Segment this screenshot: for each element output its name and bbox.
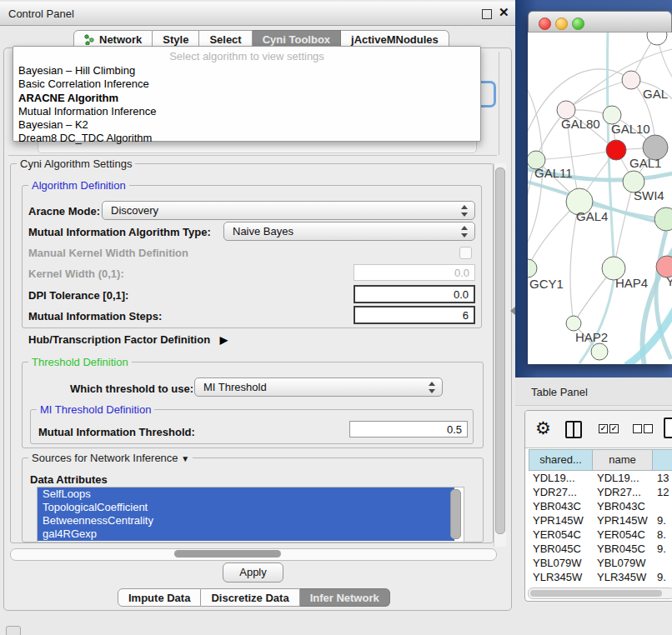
expand-right-icon: ▶ bbox=[220, 334, 228, 346]
table-cell: YBR043C bbox=[529, 499, 593, 513]
node-label: GCY1 bbox=[529, 277, 564, 291]
manual-kernel-width-label: Manual Kernel Width Definition bbox=[28, 247, 188, 259]
table-cell: YDL19... bbox=[593, 471, 653, 485]
kernel-width-field[interactable]: 0.0 bbox=[354, 264, 475, 281]
dropdown-placeholder: Select algorithm to view settings bbox=[13, 50, 480, 62]
unchecked-checkbox-icon[interactable] bbox=[633, 424, 642, 433]
node-label: GAL bbox=[643, 87, 668, 101]
table-panel-title: Table Panel bbox=[531, 386, 588, 398]
mi-algorithm-type-label: Mutual Information Algorithm Type: bbox=[28, 226, 211, 238]
mi-steps-label: Mutual Information Steps: bbox=[28, 310, 162, 322]
column-header-extra[interactable] bbox=[653, 449, 672, 471]
table-cell: 8. bbox=[653, 528, 672, 542]
table-cell: YBR045C bbox=[529, 542, 593, 556]
file-icon[interactable] bbox=[664, 418, 672, 438]
group-divider-line bbox=[8, 155, 497, 156]
stepper-up-icon bbox=[429, 382, 435, 386]
data-attribute-item[interactable]: gal4RGexp bbox=[38, 528, 454, 541]
table-cell: YLR345W bbox=[529, 570, 593, 584]
stepper-down-icon bbox=[461, 212, 468, 217]
float-window-icon[interactable] bbox=[482, 9, 492, 19]
table-row[interactable]: YLR345WYLR345W9. bbox=[529, 570, 672, 584]
table-row[interactable]: YBR045CYBR045C9. bbox=[529, 542, 672, 556]
settings-vertical-scrollbar-thumb[interactable] bbox=[495, 168, 505, 534]
node-label: GAL4 bbox=[576, 209, 608, 223]
checked-checkbox-icon[interactable]: ✓ bbox=[609, 424, 619, 433]
which-threshold-select[interactable]: MI Threshold bbox=[194, 378, 443, 397]
algorithm-option-mutual-information-inference[interactable]: Mutual Information Inference bbox=[18, 105, 475, 118]
table-row[interactable]: YBR043CYBR043C bbox=[529, 499, 672, 513]
network-node[interactable] bbox=[566, 316, 581, 331]
mi-steps-field[interactable]: 6 bbox=[354, 306, 475, 324]
table-cell: 9. bbox=[653, 513, 672, 528]
network-window-titlebar[interactable] bbox=[528, 11, 672, 32]
group-edge-line bbox=[499, 52, 499, 155]
table-row[interactable]: YBL079WYBL079W bbox=[529, 556, 672, 570]
column-header-name[interactable]: name bbox=[593, 449, 653, 471]
minimized-panel-icon[interactable] bbox=[6, 626, 21, 635]
stepper-up-icon bbox=[461, 226, 468, 230]
table-row[interactable]: YDL19...YDL19...13 bbox=[529, 471, 672, 485]
table-panel-titlebar: Table Panel bbox=[515, 378, 672, 406]
table-cell: YBR043C bbox=[593, 499, 653, 513]
list-scrollbar[interactable] bbox=[450, 489, 461, 539]
mi-threshold-label: Mutual Information Threshold: bbox=[38, 426, 195, 438]
table-cell: YER054C bbox=[593, 528, 653, 542]
tab-impute-data[interactable]: Impute Data bbox=[118, 588, 201, 607]
close-icon[interactable]: ✕ bbox=[499, 5, 509, 20]
algorithm-option-bayesian-k2[interactable]: Bayesian – K2 bbox=[18, 118, 475, 132]
threshold-definition-title: Threshold Definition bbox=[28, 356, 132, 368]
tab-discretize-data[interactable]: Discretize Data bbox=[201, 588, 299, 607]
columns-icon[interactable] bbox=[565, 421, 582, 438]
data-attribute-item[interactable]: SelfLoops bbox=[38, 488, 454, 501]
gear-icon[interactable]: ⚙ bbox=[535, 418, 551, 438]
manual-kernel-width-checkbox[interactable] bbox=[459, 247, 472, 259]
network-node[interactable] bbox=[622, 71, 640, 89]
network-node[interactable] bbox=[606, 140, 626, 160]
stepper-up-icon bbox=[461, 205, 468, 209]
tab-label: Impute Data bbox=[128, 589, 190, 607]
tab-label: Discretize Data bbox=[211, 589, 288, 607]
table-cell: YDL19... bbox=[529, 471, 593, 485]
checked-checkbox-icon[interactable]: ✓ bbox=[599, 424, 608, 433]
settings-horizontal-scrollbar-thumb[interactable] bbox=[174, 550, 281, 558]
window-minimize-button[interactable] bbox=[555, 18, 568, 30]
bottom-tabbar: Impute DataDiscretize DataInfer Network bbox=[118, 588, 390, 607]
network-node[interactable] bbox=[528, 259, 537, 278]
mi-algorithm-type-select[interactable]: Naive Bayes bbox=[223, 222, 475, 241]
algorithm-option-aracne-algorithm[interactable]: ARACNE Algorithm bbox=[18, 92, 475, 105]
apply-button[interactable]: Apply bbox=[223, 562, 283, 582]
table-cell: YPR145W bbox=[529, 513, 593, 528]
table-toolbar: ⚙ ✓ ✓ bbox=[525, 411, 672, 448]
table-row[interactable]: YER054CYER054C8. bbox=[529, 528, 672, 542]
algorithm-option-dream8-dc-tdc-algorithm[interactable]: Dream8 DC_TDC Algorithm bbox=[18, 132, 475, 145]
algorithm-option-bayesian-hill-climbing[interactable]: Bayesian – Hill Climbing bbox=[18, 64, 475, 78]
table-horizontal-scrollbar[interactable] bbox=[528, 588, 672, 599]
window-close-button[interactable] bbox=[539, 18, 551, 30]
table-row[interactable]: YDR27...YDR27...12 bbox=[529, 485, 672, 499]
window-zoom-button[interactable] bbox=[572, 18, 584, 30]
table-horizontal-scrollbar-thumb[interactable] bbox=[530, 590, 662, 597]
tab-infer-network[interactable]: Infer Network bbox=[300, 588, 390, 607]
network-edge bbox=[536, 150, 616, 160]
dpi-tolerance-field[interactable]: 0.0 bbox=[354, 285, 475, 303]
sources-title[interactable]: Sources for Network Inference ▼ bbox=[28, 452, 193, 464]
node-label: GAL10 bbox=[611, 122, 650, 136]
table-row[interactable]: YPR145WYPR145W9. bbox=[529, 513, 672, 528]
algorithm-option-basic-correlation-inference[interactable]: Basic Correlation Inference bbox=[18, 78, 475, 91]
algorithm-definition-title: Algorithm Definition bbox=[28, 179, 129, 192]
network-node[interactable] bbox=[647, 32, 667, 45]
data-attribute-item[interactable]: TopologicalCoefficient bbox=[38, 501, 454, 514]
column-header-shared[interactable]: shared... bbox=[529, 449, 593, 471]
data-attribute-item[interactable]: BetweennessCentrality bbox=[38, 514, 454, 528]
network-node[interactable] bbox=[591, 343, 608, 360]
hub-definition-toggle[interactable]: Hub/Transcription Factor Definition ▶ bbox=[28, 333, 228, 346]
unchecked-checkbox-icon[interactable] bbox=[644, 424, 653, 433]
expand-down-icon: ▼ bbox=[181, 454, 189, 463]
node-label: GAL80 bbox=[561, 117, 600, 131]
mi-threshold-field[interactable]: 0.5 bbox=[349, 421, 468, 438]
aracne-mode-select[interactable]: Discovery bbox=[102, 201, 475, 220]
network-canvas[interactable]: GALGAL80GAL10GAL1GAL11SWI4GAL4GCY1HAP4YH… bbox=[528, 32, 672, 364]
data-attributes-list[interactable]: SelfLoopsTopologicalCoefficientBetweenne… bbox=[37, 487, 464, 542]
network-node[interactable] bbox=[654, 208, 672, 231]
